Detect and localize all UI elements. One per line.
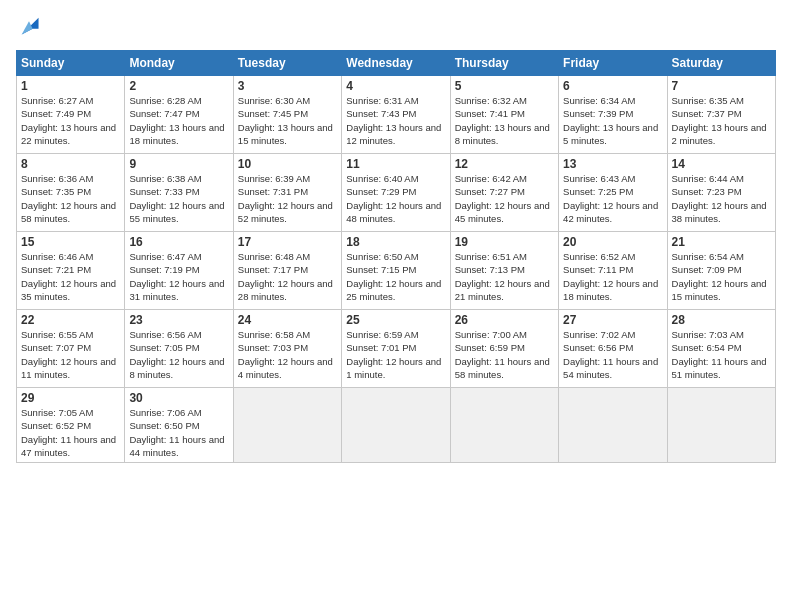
sunrise-label: Sunrise: 6:55 AM [21, 329, 93, 340]
daylight-label: Daylight: 12 hours and 31 minutes. [129, 278, 224, 302]
sunset-label: Sunset: 7:43 PM [346, 108, 416, 119]
sunrise-label: Sunrise: 6:58 AM [238, 329, 310, 340]
sunrise-label: Sunrise: 6:54 AM [672, 251, 744, 262]
calendar-cell: 12 Sunrise: 6:42 AM Sunset: 7:27 PM Dayl… [450, 154, 558, 232]
sunset-label: Sunset: 7:31 PM [238, 186, 308, 197]
calendar-cell: 28 Sunrise: 7:03 AM Sunset: 6:54 PM Dayl… [667, 310, 775, 388]
sunrise-label: Sunrise: 6:40 AM [346, 173, 418, 184]
sunrise-label: Sunrise: 6:27 AM [21, 95, 93, 106]
day-number: 19 [455, 235, 554, 249]
daylight-label: Daylight: 12 hours and 1 minute. [346, 356, 441, 380]
day-header-thursday: Thursday [450, 51, 558, 76]
daylight-label: Daylight: 12 hours and 38 minutes. [672, 200, 767, 224]
day-info: Sunrise: 7:03 AM Sunset: 6:54 PM Dayligh… [672, 328, 771, 381]
daylight-label: Daylight: 12 hours and 45 minutes. [455, 200, 550, 224]
daylight-label: Daylight: 12 hours and 4 minutes. [238, 356, 333, 380]
day-info: Sunrise: 6:44 AM Sunset: 7:23 PM Dayligh… [672, 172, 771, 225]
sunrise-label: Sunrise: 6:48 AM [238, 251, 310, 262]
sunrise-label: Sunrise: 6:51 AM [455, 251, 527, 262]
calendar-cell: 9 Sunrise: 6:38 AM Sunset: 7:33 PM Dayli… [125, 154, 233, 232]
sunrise-label: Sunrise: 6:39 AM [238, 173, 310, 184]
calendar-cell: 16 Sunrise: 6:47 AM Sunset: 7:19 PM Dayl… [125, 232, 233, 310]
day-number: 11 [346, 157, 445, 171]
day-number: 2 [129, 79, 228, 93]
calendar-cell: 22 Sunrise: 6:55 AM Sunset: 7:07 PM Dayl… [17, 310, 125, 388]
day-number: 13 [563, 157, 662, 171]
day-info: Sunrise: 7:05 AM Sunset: 6:52 PM Dayligh… [21, 406, 120, 459]
sunrise-label: Sunrise: 7:03 AM [672, 329, 744, 340]
sunset-label: Sunset: 7:11 PM [563, 264, 633, 275]
sunrise-label: Sunrise: 6:47 AM [129, 251, 201, 262]
daylight-label: Daylight: 12 hours and 21 minutes. [455, 278, 550, 302]
calendar-week-row: 8 Sunrise: 6:36 AM Sunset: 7:35 PM Dayli… [17, 154, 776, 232]
sunset-label: Sunset: 7:29 PM [346, 186, 416, 197]
sunset-label: Sunset: 7:15 PM [346, 264, 416, 275]
day-info: Sunrise: 6:50 AM Sunset: 7:15 PM Dayligh… [346, 250, 445, 303]
calendar-cell [450, 388, 558, 463]
daylight-label: Daylight: 13 hours and 8 minutes. [455, 122, 550, 146]
calendar-cell: 26 Sunrise: 7:00 AM Sunset: 6:59 PM Dayl… [450, 310, 558, 388]
calendar-cell: 27 Sunrise: 7:02 AM Sunset: 6:56 PM Dayl… [559, 310, 667, 388]
calendar-cell: 19 Sunrise: 6:51 AM Sunset: 7:13 PM Dayl… [450, 232, 558, 310]
calendar-cell: 24 Sunrise: 6:58 AM Sunset: 7:03 PM Dayl… [233, 310, 341, 388]
sunset-label: Sunset: 7:03 PM [238, 342, 308, 353]
day-header-monday: Monday [125, 51, 233, 76]
calendar-cell: 4 Sunrise: 6:31 AM Sunset: 7:43 PM Dayli… [342, 76, 450, 154]
calendar-week-row: 29 Sunrise: 7:05 AM Sunset: 6:52 PM Dayl… [17, 388, 776, 463]
sunrise-label: Sunrise: 6:32 AM [455, 95, 527, 106]
day-header-wednesday: Wednesday [342, 51, 450, 76]
calendar-cell: 13 Sunrise: 6:43 AM Sunset: 7:25 PM Dayl… [559, 154, 667, 232]
calendar-cell: 11 Sunrise: 6:40 AM Sunset: 7:29 PM Dayl… [342, 154, 450, 232]
daylight-label: Daylight: 13 hours and 15 minutes. [238, 122, 333, 146]
sunset-label: Sunset: 7:13 PM [455, 264, 525, 275]
day-header-saturday: Saturday [667, 51, 775, 76]
day-number: 8 [21, 157, 120, 171]
sunset-label: Sunset: 6:59 PM [455, 342, 525, 353]
day-number: 22 [21, 313, 120, 327]
sunrise-label: Sunrise: 7:05 AM [21, 407, 93, 418]
sunset-label: Sunset: 7:01 PM [346, 342, 416, 353]
day-number: 27 [563, 313, 662, 327]
daylight-label: Daylight: 12 hours and 25 minutes. [346, 278, 441, 302]
daylight-label: Daylight: 13 hours and 2 minutes. [672, 122, 767, 146]
day-info: Sunrise: 6:48 AM Sunset: 7:17 PM Dayligh… [238, 250, 337, 303]
day-info: Sunrise: 7:06 AM Sunset: 6:50 PM Dayligh… [129, 406, 228, 459]
day-info: Sunrise: 6:38 AM Sunset: 7:33 PM Dayligh… [129, 172, 228, 225]
daylight-label: Daylight: 13 hours and 5 minutes. [563, 122, 658, 146]
daylight-label: Daylight: 12 hours and 28 minutes. [238, 278, 333, 302]
sunset-label: Sunset: 7:35 PM [21, 186, 91, 197]
calendar-cell: 17 Sunrise: 6:48 AM Sunset: 7:17 PM Dayl… [233, 232, 341, 310]
day-info: Sunrise: 6:30 AM Sunset: 7:45 PM Dayligh… [238, 94, 337, 147]
day-number: 10 [238, 157, 337, 171]
day-number: 30 [129, 391, 228, 405]
day-info: Sunrise: 6:58 AM Sunset: 7:03 PM Dayligh… [238, 328, 337, 381]
day-info: Sunrise: 6:46 AM Sunset: 7:21 PM Dayligh… [21, 250, 120, 303]
calendar-cell: 23 Sunrise: 6:56 AM Sunset: 7:05 PM Dayl… [125, 310, 233, 388]
calendar-cell: 29 Sunrise: 7:05 AM Sunset: 6:52 PM Dayl… [17, 388, 125, 463]
day-number: 4 [346, 79, 445, 93]
day-info: Sunrise: 6:51 AM Sunset: 7:13 PM Dayligh… [455, 250, 554, 303]
calendar-cell: 2 Sunrise: 6:28 AM Sunset: 7:47 PM Dayli… [125, 76, 233, 154]
daylight-label: Daylight: 11 hours and 51 minutes. [672, 356, 767, 380]
daylight-label: Daylight: 12 hours and 55 minutes. [129, 200, 224, 224]
sunset-label: Sunset: 7:37 PM [672, 108, 742, 119]
day-info: Sunrise: 6:43 AM Sunset: 7:25 PM Dayligh… [563, 172, 662, 225]
svg-marker-1 [22, 21, 33, 34]
day-info: Sunrise: 7:02 AM Sunset: 6:56 PM Dayligh… [563, 328, 662, 381]
sunset-label: Sunset: 6:50 PM [129, 420, 199, 431]
sunset-label: Sunset: 6:54 PM [672, 342, 742, 353]
day-info: Sunrise: 6:59 AM Sunset: 7:01 PM Dayligh… [346, 328, 445, 381]
daylight-label: Daylight: 12 hours and 42 minutes. [563, 200, 658, 224]
daylight-label: Daylight: 12 hours and 18 minutes. [563, 278, 658, 302]
day-header-friday: Friday [559, 51, 667, 76]
day-info: Sunrise: 6:36 AM Sunset: 7:35 PM Dayligh… [21, 172, 120, 225]
calendar-cell: 14 Sunrise: 6:44 AM Sunset: 7:23 PM Dayl… [667, 154, 775, 232]
day-number: 28 [672, 313, 771, 327]
calendar-body: 1 Sunrise: 6:27 AM Sunset: 7:49 PM Dayli… [17, 76, 776, 463]
day-info: Sunrise: 6:55 AM Sunset: 7:07 PM Dayligh… [21, 328, 120, 381]
day-info: Sunrise: 6:42 AM Sunset: 7:27 PM Dayligh… [455, 172, 554, 225]
calendar-cell: 30 Sunrise: 7:06 AM Sunset: 6:50 PM Dayl… [125, 388, 233, 463]
calendar-cell: 20 Sunrise: 6:52 AM Sunset: 7:11 PM Dayl… [559, 232, 667, 310]
calendar-cell: 18 Sunrise: 6:50 AM Sunset: 7:15 PM Dayl… [342, 232, 450, 310]
calendar-cell: 3 Sunrise: 6:30 AM Sunset: 7:45 PM Dayli… [233, 76, 341, 154]
